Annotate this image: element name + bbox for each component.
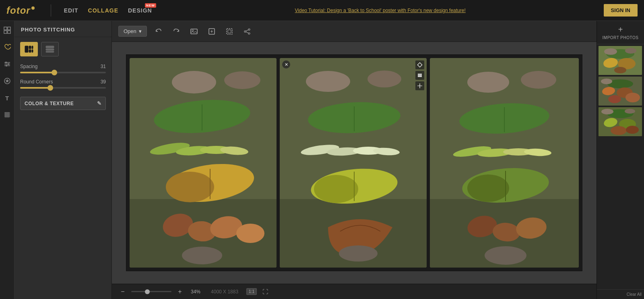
spacing-slider-fill xyxy=(20,72,54,73)
spacing-label: Spacing xyxy=(20,64,37,69)
spacing-value: 31 xyxy=(101,64,106,69)
open-label: Open xyxy=(124,28,136,34)
spacing-slider-thumb[interactable] xyxy=(52,70,57,75)
leaf-photo-1 xyxy=(130,58,277,268)
crop-button[interactable] xyxy=(223,25,235,37)
zoom-in-button[interactable]: + xyxy=(175,287,184,296)
svg-rect-70 xyxy=(417,62,422,67)
text-icon: T xyxy=(5,95,9,102)
corners-slider-thumb[interactable] xyxy=(47,85,53,91)
share-button[interactable] xyxy=(241,25,253,37)
svg-point-41 xyxy=(224,71,260,89)
open-button[interactable]: Open ▾ xyxy=(118,26,147,37)
bottom-bar: − + 34% 4000 X 1883 1:1 ⛶ xyxy=(112,284,597,299)
svg-point-92 xyxy=(485,246,526,265)
cell-close-button[interactable]: ✕ xyxy=(282,60,290,69)
right-panel: + IMPORT PHOTOS xyxy=(597,21,644,299)
svg-point-28 xyxy=(192,30,194,31)
cell-diamond-icon[interactable] xyxy=(415,60,424,69)
svg-rect-3 xyxy=(8,31,10,33)
svg-point-58 xyxy=(306,71,350,92)
corners-label: Round Corners xyxy=(20,79,53,85)
photo-cell-3[interactable] xyxy=(430,58,579,268)
layout-buttons xyxy=(14,37,111,61)
svg-rect-23 xyxy=(32,50,33,52)
svg-point-32 xyxy=(248,29,250,30)
corners-slider-track[interactable] xyxy=(20,87,106,89)
photo-icon-button[interactable] xyxy=(188,25,200,37)
svg-point-98 xyxy=(604,48,617,55)
zoom-value: 34% xyxy=(191,289,200,295)
icon-bar-text[interactable]: T xyxy=(2,93,12,103)
zoom-slider[interactable] xyxy=(131,291,171,292)
svg-point-34 xyxy=(244,31,246,32)
open-dropdown-icon: ▾ xyxy=(139,28,142,34)
clear-all-button[interactable]: Clear All xyxy=(597,289,644,299)
zoom-out-button[interactable]: − xyxy=(118,287,127,296)
cell-layers-icon[interactable] xyxy=(415,71,424,80)
svg-rect-22 xyxy=(32,46,33,49)
import-plus-icon: + xyxy=(618,25,623,34)
svg-point-113 xyxy=(601,109,613,114)
nav-edit[interactable]: EDIT xyxy=(59,7,83,14)
dimensions-label: 4000 X 1883 xyxy=(211,289,238,295)
svg-point-78 xyxy=(467,72,509,93)
svg-rect-71 xyxy=(418,74,422,75)
svg-point-55 xyxy=(182,247,222,264)
edit-icon: ✎ xyxy=(97,100,102,106)
collage-canvas: ✕ xyxy=(126,54,582,271)
grid-layout-button[interactable] xyxy=(20,42,38,56)
svg-rect-24 xyxy=(46,46,54,48)
svg-point-111 xyxy=(611,126,627,135)
nav-design[interactable]: DESIGN NEW xyxy=(123,7,157,14)
logo-circle xyxy=(31,6,35,10)
icon-bar-adjust[interactable] xyxy=(2,59,12,69)
nav-collage[interactable]: COLLAGE xyxy=(83,7,123,14)
zoom-slider-thumb[interactable] xyxy=(145,289,150,294)
thumbnail-2[interactable] xyxy=(599,77,642,106)
logo-text: fotor xyxy=(6,5,31,16)
import-photos-button[interactable]: + IMPORT PHOTOS xyxy=(597,21,644,44)
icon-bar: T xyxy=(0,21,14,299)
redo-button[interactable] xyxy=(170,25,182,37)
strip-layout-button[interactable] xyxy=(41,42,59,56)
thumbnail-1[interactable] xyxy=(599,46,642,75)
photo-cell-2[interactable]: ✕ xyxy=(280,58,427,268)
cell-move-icon[interactable] xyxy=(415,81,424,90)
thumbnail-3[interactable] xyxy=(599,107,642,136)
undo-button[interactable] xyxy=(153,25,165,37)
svg-rect-20 xyxy=(29,46,31,49)
ratio-button[interactable]: 1:1 xyxy=(246,288,257,295)
promo-text[interactable]: Video Tutorial: Design a 'Back to School… xyxy=(157,8,604,13)
svg-point-87 xyxy=(467,174,509,202)
canvas-area: ✕ xyxy=(112,42,597,284)
svg-point-49 xyxy=(166,172,214,202)
svg-line-36 xyxy=(246,32,248,33)
svg-rect-1 xyxy=(8,27,10,30)
cell-controls xyxy=(415,60,424,90)
spacing-slider-track[interactable] xyxy=(20,72,106,73)
fit-button[interactable] xyxy=(206,25,218,37)
svg-rect-72 xyxy=(418,75,422,76)
icon-bar-texture[interactable] xyxy=(2,110,12,120)
expand-button[interactable]: ⛶ xyxy=(262,289,268,295)
spacing-slider-container[interactable] xyxy=(14,70,111,77)
icon-bar-sticker[interactable] xyxy=(2,76,12,86)
leaf-photo-2 xyxy=(280,58,427,268)
corners-slider-container[interactable] xyxy=(14,85,111,93)
svg-point-99 xyxy=(625,48,636,54)
svg-rect-2 xyxy=(4,31,7,33)
svg-point-33 xyxy=(248,33,250,34)
nav-design-label: DESIGN xyxy=(128,7,152,14)
photo-cell-1[interactable] xyxy=(130,58,277,268)
svg-rect-19 xyxy=(25,46,28,52)
icon-bar-favorite[interactable] xyxy=(2,42,12,52)
toolbar: Open ▾ xyxy=(112,21,597,42)
icon-bar-collage[interactable] xyxy=(2,25,12,35)
svg-rect-73 xyxy=(418,76,422,77)
svg-rect-27 xyxy=(191,29,197,34)
sign-in-button[interactable]: SIGN IN xyxy=(604,4,638,17)
svg-line-35 xyxy=(246,30,248,31)
nav-divider xyxy=(51,4,51,17)
color-texture-button[interactable]: COLOR & TEXTURE ✎ xyxy=(20,97,106,110)
